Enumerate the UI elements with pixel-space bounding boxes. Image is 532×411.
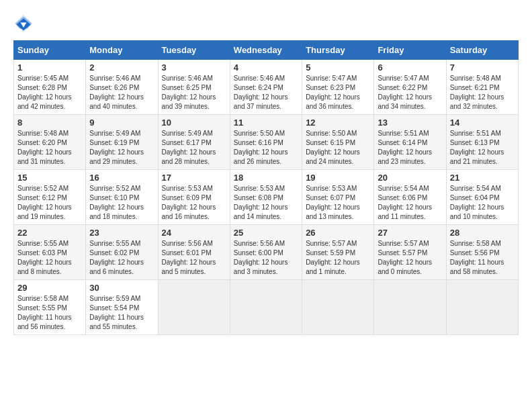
day-info: Sunrise: 5:46 AMSunset: 6:24 PMDaylight:…: [234, 74, 298, 111]
day-number: 30: [89, 283, 154, 293]
day-info: Sunrise: 5:51 AMSunset: 6:13 PMDaylight:…: [450, 129, 515, 167]
page-header: [13, 13, 519, 34]
day-number: 18: [234, 173, 298, 183]
calendar-cell: 7Sunrise: 5:48 AMSunset: 6:21 PMDaylight…: [446, 60, 518, 115]
day-info: Sunrise: 5:53 AMSunset: 6:09 PMDaylight:…: [162, 184, 226, 222]
calendar-cell: 1Sunrise: 5:45 AMSunset: 6:28 PMDaylight…: [14, 60, 86, 115]
day-info: Sunrise: 5:57 AMSunset: 5:59 PMDaylight:…: [306, 239, 370, 277]
calendar-cell: 13Sunrise: 5:51 AMSunset: 6:14 PMDayligh…: [374, 115, 446, 170]
day-number: 25: [234, 228, 298, 238]
day-info: Sunrise: 5:54 AMSunset: 6:04 PMDaylight:…: [450, 184, 515, 222]
logo-icon: [13, 13, 34, 34]
day-number: 28: [450, 228, 515, 238]
weekday-header: Monday: [86, 41, 158, 60]
calendar-cell: [302, 280, 374, 335]
day-number: 24: [162, 228, 226, 238]
calendar-cell: 8Sunrise: 5:48 AMSunset: 6:20 PMDaylight…: [14, 115, 86, 170]
day-number: 4: [234, 62, 298, 73]
calendar-cell: 20Sunrise: 5:54 AMSunset: 6:06 PMDayligh…: [374, 170, 446, 225]
calendar-cell: [230, 280, 302, 335]
calendar-cell: 9Sunrise: 5:49 AMSunset: 6:19 PMDaylight…: [86, 115, 158, 170]
day-info: Sunrise: 5:57 AMSunset: 5:57 PMDaylight:…: [378, 239, 442, 277]
day-number: 9: [89, 118, 154, 128]
calendar-cell: 5Sunrise: 5:47 AMSunset: 6:23 PMDaylight…: [302, 60, 374, 115]
calendar-header: SundayMondayTuesdayWednesdayThursdayFrid…: [14, 41, 519, 60]
day-info: Sunrise: 5:48 AMSunset: 6:20 PMDaylight:…: [17, 129, 82, 167]
day-info: Sunrise: 5:53 AMSunset: 6:08 PMDaylight:…: [234, 184, 298, 222]
day-info: Sunrise: 5:53 AMSunset: 6:07 PMDaylight:…: [306, 184, 370, 222]
day-info: Sunrise: 5:55 AMSunset: 6:02 PMDaylight:…: [89, 239, 154, 277]
calendar-week-row: 15Sunrise: 5:52 AMSunset: 6:12 PMDayligh…: [14, 170, 519, 225]
day-number: 17: [162, 173, 226, 183]
calendar-cell: 10Sunrise: 5:49 AMSunset: 6:17 PMDayligh…: [158, 115, 230, 170]
calendar-cell: 28Sunrise: 5:58 AMSunset: 5:56 PMDayligh…: [446, 225, 518, 280]
day-number: 16: [89, 173, 154, 183]
day-number: 15: [17, 173, 82, 183]
calendar-cell: 19Sunrise: 5:53 AMSunset: 6:07 PMDayligh…: [302, 170, 374, 225]
calendar-cell: 17Sunrise: 5:53 AMSunset: 6:09 PMDayligh…: [158, 170, 230, 225]
day-info: Sunrise: 5:47 AMSunset: 6:22 PMDaylight:…: [378, 74, 442, 111]
calendar-cell: 15Sunrise: 5:52 AMSunset: 6:12 PMDayligh…: [14, 170, 86, 225]
calendar-body: 1Sunrise: 5:45 AMSunset: 6:28 PMDaylight…: [14, 60, 519, 335]
day-info: Sunrise: 5:47 AMSunset: 6:23 PMDaylight:…: [306, 74, 370, 111]
weekday-header: Sunday: [14, 41, 86, 60]
calendar-week-row: 29Sunrise: 5:58 AMSunset: 5:55 PMDayligh…: [14, 280, 519, 335]
day-info: Sunrise: 5:48 AMSunset: 6:21 PMDaylight:…: [450, 74, 515, 111]
calendar-cell: 18Sunrise: 5:53 AMSunset: 6:08 PMDayligh…: [230, 170, 302, 225]
calendar-cell: 16Sunrise: 5:52 AMSunset: 6:10 PMDayligh…: [86, 170, 158, 225]
calendar-cell: 12Sunrise: 5:50 AMSunset: 6:15 PMDayligh…: [302, 115, 374, 170]
calendar-week-row: 22Sunrise: 5:55 AMSunset: 6:03 PMDayligh…: [14, 225, 519, 280]
day-number: 10: [162, 118, 226, 128]
day-number: 7: [450, 62, 515, 73]
day-number: 3: [162, 62, 226, 73]
weekday-header: Friday: [374, 41, 446, 60]
calendar-cell: 24Sunrise: 5:56 AMSunset: 6:01 PMDayligh…: [158, 225, 230, 280]
day-info: Sunrise: 5:51 AMSunset: 6:14 PMDaylight:…: [378, 129, 442, 167]
calendar-cell: 30Sunrise: 5:59 AMSunset: 5:54 PMDayligh…: [86, 280, 158, 335]
day-number: 21: [450, 173, 515, 183]
day-info: Sunrise: 5:58 AMSunset: 5:56 PMDaylight:…: [450, 239, 515, 277]
day-info: Sunrise: 5:52 AMSunset: 6:10 PMDaylight:…: [89, 184, 154, 222]
calendar-cell: 26Sunrise: 5:57 AMSunset: 5:59 PMDayligh…: [302, 225, 374, 280]
calendar-week-row: 8Sunrise: 5:48 AMSunset: 6:20 PMDaylight…: [14, 115, 519, 170]
weekday-header: Thursday: [302, 41, 374, 60]
day-number: 14: [450, 118, 515, 128]
day-info: Sunrise: 5:52 AMSunset: 6:12 PMDaylight:…: [17, 184, 82, 222]
day-number: 1: [17, 62, 82, 73]
calendar-cell: 25Sunrise: 5:56 AMSunset: 6:00 PMDayligh…: [230, 225, 302, 280]
day-info: Sunrise: 5:45 AMSunset: 6:28 PMDaylight:…: [17, 74, 82, 111]
day-number: 29: [17, 283, 82, 293]
day-number: 23: [89, 228, 154, 238]
day-number: 26: [306, 228, 370, 238]
day-number: 19: [306, 173, 370, 183]
calendar-cell: [446, 280, 518, 335]
calendar-cell: 29Sunrise: 5:58 AMSunset: 5:55 PMDayligh…: [14, 280, 86, 335]
calendar-cell: 4Sunrise: 5:46 AMSunset: 6:24 PMDaylight…: [230, 60, 302, 115]
calendar-cell: [158, 280, 230, 335]
calendar-cell: 22Sunrise: 5:55 AMSunset: 6:03 PMDayligh…: [14, 225, 86, 280]
day-info: Sunrise: 5:46 AMSunset: 6:26 PMDaylight:…: [89, 74, 154, 111]
day-info: Sunrise: 5:58 AMSunset: 5:55 PMDaylight:…: [17, 294, 82, 332]
day-number: 11: [234, 118, 298, 128]
day-number: 12: [306, 118, 370, 128]
calendar-cell: 3Sunrise: 5:46 AMSunset: 6:25 PMDaylight…: [158, 60, 230, 115]
day-number: 20: [378, 173, 442, 183]
calendar-cell: 14Sunrise: 5:51 AMSunset: 6:13 PMDayligh…: [446, 115, 518, 170]
day-info: Sunrise: 5:54 AMSunset: 6:06 PMDaylight:…: [378, 184, 442, 222]
day-info: Sunrise: 5:49 AMSunset: 6:19 PMDaylight:…: [89, 129, 154, 167]
day-info: Sunrise: 5:55 AMSunset: 6:03 PMDaylight:…: [17, 239, 82, 277]
weekday-header: Wednesday: [230, 41, 302, 60]
weekday-header-row: SundayMondayTuesdayWednesdayThursdayFrid…: [14, 41, 519, 60]
calendar-cell: [374, 280, 446, 335]
day-info: Sunrise: 5:56 AMSunset: 6:00 PMDaylight:…: [234, 239, 298, 277]
calendar-cell: 11Sunrise: 5:50 AMSunset: 6:16 PMDayligh…: [230, 115, 302, 170]
day-info: Sunrise: 5:59 AMSunset: 5:54 PMDaylight:…: [89, 294, 154, 332]
calendar-week-row: 1Sunrise: 5:45 AMSunset: 6:28 PMDaylight…: [14, 60, 519, 115]
day-info: Sunrise: 5:56 AMSunset: 6:01 PMDaylight:…: [162, 239, 226, 277]
day-info: Sunrise: 5:46 AMSunset: 6:25 PMDaylight:…: [162, 74, 226, 111]
day-number: 13: [378, 118, 442, 128]
day-number: 27: [378, 228, 442, 238]
day-number: 8: [17, 118, 82, 128]
logo: [13, 13, 36, 34]
calendar-cell: 23Sunrise: 5:55 AMSunset: 6:02 PMDayligh…: [86, 225, 158, 280]
